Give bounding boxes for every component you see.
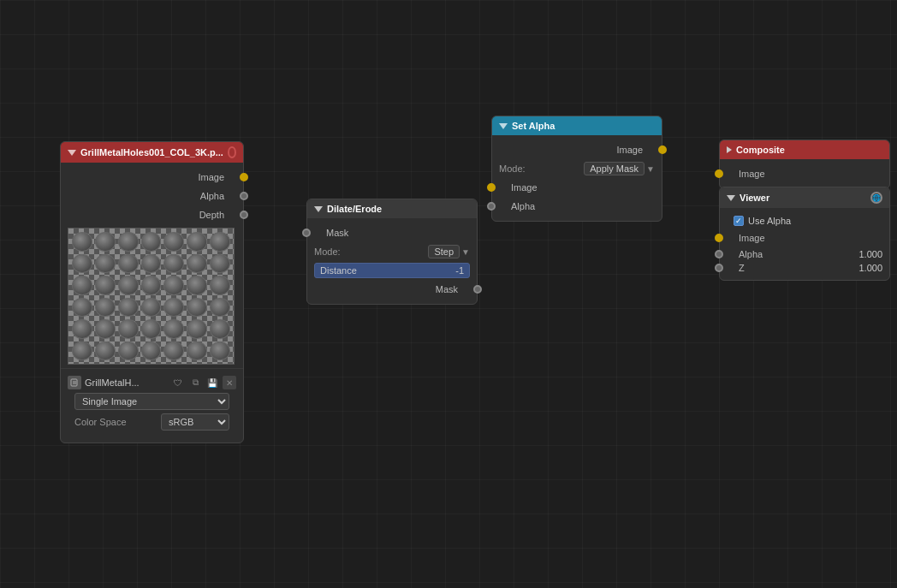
composite-node: Composite Image [719, 140, 890, 189]
distance-field[interactable]: Distance -1 [314, 263, 470, 278]
mode-label: Mode: [314, 246, 341, 257]
copy-icon[interactable]: ⧉ [188, 376, 202, 389]
shield-icon[interactable]: 🛡 [171, 376, 185, 389]
mask-out-socket[interactable] [473, 285, 482, 294]
image-node-title: GrillMetalHoles001_COL_3K.p... [80, 147, 223, 157]
mode-select-row: Mode: Apply Mask ▼ [492, 159, 662, 178]
depth-out-label: Depth [199, 210, 224, 220]
socket-row-composite-image-in: Image [720, 164, 889, 183]
alpha-out-label: Alpha [200, 191, 224, 201]
setalpha-alpha-in-label: Alpha [511, 201, 535, 211]
use-alpha-label: Use Alpha [748, 216, 791, 226]
save-icon[interactable]: 💾 [205, 376, 219, 389]
mode-value[interactable]: Step [428, 245, 460, 258]
svg-rect-0 [71, 379, 77, 386]
viewer-alpha-label: Alpha [739, 249, 858, 259]
mode-chevron: ▼ [646, 164, 655, 174]
setalpha-image-out-socket[interactable] [658, 146, 667, 154]
viewer-z-row: Z 1.000 [720, 261, 889, 275]
mode-control: Step ▼ [428, 245, 470, 258]
collapse-triangle [499, 123, 508, 129]
socket-row-image-out: Image [61, 168, 243, 187]
setalpha-node-title: Set Alpha [512, 121, 555, 131]
dilate-erode-node: Dilate/Erode Mask Mode: Step ▼ Distance … [306, 199, 478, 305]
setalpha-node-header: Set Alpha [492, 116, 662, 135]
viewer-image-in-label: Image [739, 233, 765, 243]
color-space-label: Color Space [74, 417, 127, 427]
socket-row-depth-out: Depth [61, 205, 243, 224]
depth-out-socket[interactable] [240, 211, 248, 219]
setalpha-image-out-label: Image [616, 145, 643, 155]
image-preview [68, 228, 235, 365]
socket-row-setalpha-image-out: Image [492, 140, 662, 159]
collapse-triangle [727, 195, 735, 201]
node-color-indicator [228, 146, 236, 158]
image-node-bottom: GrillMetalH... 🛡 ⧉ 💾 ✕ Single Image Colo… [61, 368, 243, 437]
image-out-socket[interactable] [240, 173, 248, 181]
image-node: GrillMetalHoles001_COL_3K.p... Image Alp… [60, 141, 244, 443]
color-space-dropdown[interactable]: sRGB [161, 413, 229, 431]
dilate-node-header: Dilate/Erode [307, 199, 477, 218]
distance-value: -1 [455, 265, 464, 276]
color-space-row: Color Space sRGB [68, 412, 236, 432]
socket-row-viewer-image-in: Image [720, 229, 889, 247]
composite-node-body: Image [720, 159, 889, 188]
mask-out-label: Mask [436, 284, 458, 294]
dilate-node-title: Dilate/Erode [327, 204, 382, 214]
viewer-node-header: Viewer 🌐 [720, 187, 889, 208]
mode-select: Apply Mask ▼ [584, 162, 655, 175]
composite-arrow-icon [727, 146, 732, 153]
setalpha-image-in-socket[interactable] [487, 183, 496, 192]
single-image-row: Single Image [68, 391, 236, 412]
image-file-icon [68, 376, 81, 389]
composite-node-title: Composite [736, 145, 785, 155]
socket-row-mask-out: Mask [307, 280, 477, 299]
grill-pattern [68, 229, 234, 364]
viewer-z-socket[interactable] [715, 264, 723, 272]
socket-row-mask-in: Mask [307, 223, 477, 242]
filename-row: GrillMetalH... 🛡 ⧉ 💾 ✕ [68, 374, 236, 391]
close-icon[interactable]: ✕ [223, 376, 236, 389]
socket-row-alpha-out: Alpha [61, 187, 243, 205]
socket-row-setalpha-alpha-in: Alpha [492, 197, 662, 216]
image-node-header: GrillMetalHoles001_COL_3K.p... [61, 142, 243, 163]
socket-row-mode: Mode: Step ▼ [307, 242, 477, 261]
collapse-triangle [68, 150, 76, 156]
viewer-alpha-socket[interactable] [715, 250, 723, 258]
viewer-z-label: Z [739, 263, 858, 273]
viewer-alpha-value: 1.000 [858, 249, 882, 259]
viewer-node: Viewer 🌐 Use Alpha Image Alpha 1.000 Z 1… [719, 187, 890, 281]
setalpha-node-body: Image Mode: Apply Mask ▼ Image Alpha [492, 135, 662, 221]
collapse-triangle [314, 206, 323, 212]
mask-in-label: Mask [326, 228, 348, 238]
distance-row: Distance -1 [307, 261, 477, 280]
filename-label: GrillMetalH... [85, 377, 168, 388]
dilate-node-body: Mask Mode: Step ▼ Distance -1 Mask [307, 218, 477, 304]
use-alpha-checkbox[interactable] [734, 216, 744, 226]
composite-image-in-label: Image [739, 169, 765, 179]
composite-node-header: Composite [720, 140, 889, 159]
setalpha-alpha-in-socket[interactable] [487, 202, 496, 211]
setalpha-image-in-label: Image [511, 182, 538, 193]
set-alpha-node: Set Alpha Image Mode: Apply Mask ▼ Image… [491, 116, 662, 222]
image-type-dropdown[interactable]: Single Image [74, 393, 229, 410]
mode-chevron: ▼ [461, 247, 470, 257]
mask-in-socket[interactable] [302, 229, 311, 237]
globe-icon: 🌐 [870, 192, 882, 204]
socket-row-setalpha-image-in: Image [492, 178, 662, 197]
composite-image-in-socket[interactable] [715, 169, 723, 178]
alpha-out-socket[interactable] [240, 192, 248, 200]
viewer-alpha-row: Alpha 1.000 [720, 247, 889, 261]
image-out-label: Image [198, 172, 224, 182]
setalpha-mode-value[interactable]: Apply Mask [584, 162, 645, 175]
distance-label: Distance [320, 265, 357, 276]
use-alpha-row: Use Alpha [720, 213, 889, 229]
viewer-z-value: 1.000 [858, 263, 882, 273]
setalpha-mode-label: Mode: [499, 163, 526, 174]
viewer-node-body: Use Alpha Image Alpha 1.000 Z 1.000 [720, 208, 889, 280]
image-node-body: Image Alpha Depth [61, 163, 243, 442]
viewer-image-in-socket[interactable] [715, 234, 723, 242]
viewer-node-title: Viewer [740, 193, 769, 203]
